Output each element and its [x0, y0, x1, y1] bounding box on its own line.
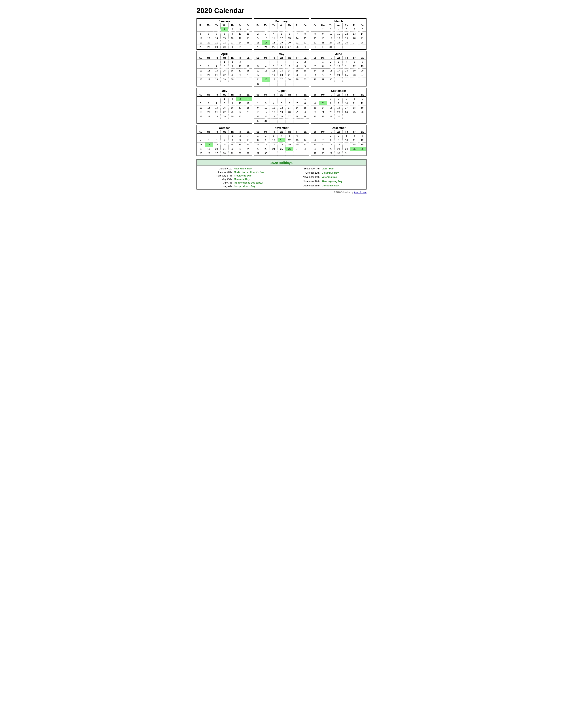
calendar-day: 5 — [358, 133, 366, 138]
calendar-day: 3 — [236, 27, 244, 32]
day-header: Th — [286, 130, 294, 134]
calendar-day: 3 — [270, 133, 278, 138]
calendar-day: 15 — [220, 36, 228, 40]
calendar-day: 23 — [254, 114, 262, 119]
calendar-day: 18 — [351, 105, 358, 110]
calendar-day: 7 — [311, 64, 319, 68]
calendar-day: 18 — [197, 147, 205, 151]
calendar-day: 25 — [244, 73, 252, 77]
calendar-day — [197, 27, 205, 32]
month-october: OctoberSuMoTuWeThFrSa1234567891011121314… — [196, 125, 252, 156]
month-table: SuMoTuWeThFrSa12345678910111213141516171… — [311, 56, 366, 82]
day-header: We — [220, 23, 228, 27]
calendar-day — [254, 60, 262, 64]
calendar-day: 17 — [270, 142, 278, 147]
calendar-day: 3 — [262, 101, 270, 105]
calendar-day: 27 — [358, 73, 366, 77]
calendar-day: 14 — [293, 105, 301, 110]
calendar-day — [270, 27, 278, 32]
calendar-day: 29 — [327, 151, 335, 156]
calendar-day: 10 — [262, 36, 270, 40]
calendar-day — [262, 27, 270, 32]
holiday-date: November 11th — [282, 175, 320, 178]
month-title: October — [197, 125, 252, 130]
calendar-day: 17 — [262, 110, 270, 114]
calendar-day: 20 — [311, 110, 319, 114]
calendar-day: 31 — [327, 45, 335, 49]
calendar-day: 14 — [301, 138, 309, 142]
month-table: SuMoTuWeThFrSa12345678910111213141516171… — [254, 130, 309, 156]
day-header: Su — [254, 130, 262, 134]
day-header: Tu — [327, 130, 335, 134]
calendar-day: 24 — [270, 147, 278, 151]
calendar-day: 18 — [335, 36, 343, 40]
day-header: We — [335, 23, 343, 27]
day-header: Th — [343, 56, 351, 60]
calendar-day: 23 — [236, 147, 244, 151]
calendar-day — [311, 133, 319, 138]
calendar-day: 26 — [277, 45, 286, 49]
calendar-day — [244, 45, 252, 49]
day-header: Mo — [205, 56, 213, 60]
calendar-day: 3 — [254, 64, 262, 68]
calendar-day: 12 — [197, 68, 205, 73]
calendar-day: 23 — [262, 147, 270, 151]
day-header: Tu — [270, 56, 278, 60]
day-header: Su — [197, 23, 205, 27]
calendar-day: 4 — [351, 133, 358, 138]
calendar-day: 12 — [358, 138, 366, 142]
calendar-day: 30 — [254, 119, 262, 123]
day-header: Fr — [293, 23, 301, 27]
calendar-day: 2 — [327, 60, 335, 64]
calendar-day: 22 — [301, 40, 309, 45]
calendar-day: 23 — [319, 40, 327, 45]
calendar-day: 24 — [327, 40, 335, 45]
day-header: Th — [343, 93, 351, 97]
day-header: Th — [228, 93, 236, 97]
calendar-day: 25 — [244, 110, 252, 114]
calendar-day: 17 — [327, 36, 335, 40]
day-header: Su — [311, 130, 319, 134]
calendar-day — [262, 60, 270, 64]
holiday-date: January 20th — [199, 171, 231, 174]
calendar-day: 8 — [327, 101, 335, 105]
calendar-day — [262, 82, 270, 86]
calendar-day: 29 — [301, 114, 309, 119]
calendar-day: 4 — [335, 27, 343, 32]
calendar-day: 5 — [270, 64, 278, 68]
calendar-day: 9 — [335, 138, 343, 142]
calendar-day: 25 — [351, 147, 358, 151]
calendar-day: 25 — [277, 147, 286, 151]
calendar-day: 28 — [293, 114, 301, 119]
calendar-day: 22 — [293, 73, 301, 77]
calendar-day — [343, 114, 351, 119]
calendar-day: 2 — [228, 27, 236, 32]
calendar-day: 14 — [212, 68, 220, 73]
day-header: Tu — [327, 93, 335, 97]
calendar-day: 3 — [236, 60, 244, 64]
month-may: MaySuMoTuWeThFrSa12345678910111213141516… — [254, 51, 310, 87]
calendar-day: 28 — [319, 114, 327, 119]
calendar-day: 27 — [311, 114, 319, 119]
calendar-day: 21 — [301, 142, 309, 147]
calendar-day: 14 — [358, 32, 366, 36]
footer-link[interactable]: AraHR.com — [354, 191, 367, 193]
month-title: August — [254, 88, 309, 93]
calendar-day: 26 — [270, 77, 278, 82]
calendar-day: 24 — [335, 73, 343, 77]
calendar-day — [277, 97, 286, 101]
day-header: Sa — [244, 130, 252, 134]
calendar-day — [351, 45, 358, 49]
calendar-day: 13 — [311, 142, 319, 147]
calendar-day: 7 — [319, 101, 327, 105]
month-july: JulySuMoTuWeThFrSa1234567891011121314151… — [196, 88, 252, 124]
day-header: Fr — [236, 130, 244, 134]
calendar-day: 29 — [311, 45, 319, 49]
calendar-day: 8 — [301, 101, 309, 105]
calendar-day: 16 — [262, 142, 270, 147]
calendar-day: 20 — [205, 73, 213, 77]
calendar-day: 12 — [343, 32, 351, 36]
day-header: Tu — [212, 23, 220, 27]
calendar-day — [301, 151, 309, 156]
calendar-day: 31 — [343, 151, 351, 156]
